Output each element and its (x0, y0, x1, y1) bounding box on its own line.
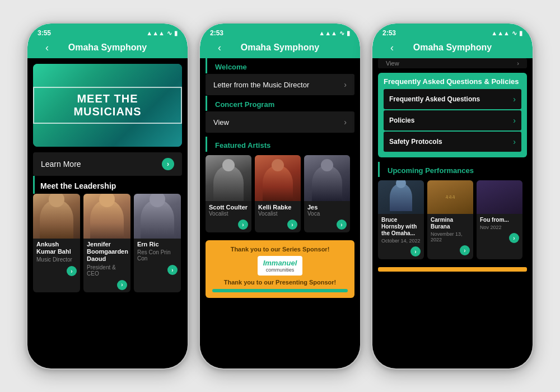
status-bar-1: 3:55 ▲▲▲ ∿ ▮ (38, 29, 178, 37)
leader-card-jennifer[interactable]: Jennifer Boomgaarden Daoud President & C… (83, 194, 130, 292)
nav-title-2: Omaha Symphony (241, 43, 319, 53)
ankush-name: Ankush Kumar Bahl (36, 241, 77, 255)
found-name: Fou from... (480, 217, 519, 223)
back-button-1[interactable]: ‹ (45, 42, 49, 54)
presenting-color-bar (212, 289, 348, 292)
kelli-info: Kelli Rabke Vocalist (255, 201, 301, 218)
leader-card-ankush[interactable]: Ankush Kumar Bahl Music Director › (33, 194, 80, 292)
carmina-name: Carmina Burana (431, 217, 470, 230)
signal-icon-3: ▲▲▲ (491, 30, 510, 36)
letter-arrow: › (344, 80, 347, 89)
faq-item-text-2: Safety Protocols (389, 138, 442, 146)
leadership-row: Ankush Kumar Bahl Music Director › (27, 194, 188, 292)
signal-icon: ▲▲▲ (146, 30, 165, 36)
jes-info: Jes Voca (304, 201, 350, 218)
kelli-arrow-icon[interactable]: › (287, 220, 297, 230)
jes-arrow[interactable]: › (304, 218, 350, 232)
presenting-text: Thank you to our Presenting Sponsor! (212, 279, 348, 286)
found-arrow-icon[interactable]: › (509, 233, 519, 243)
letter-menu-item[interactable]: Letter from the Music Director › (206, 74, 354, 95)
ern-arrow-icon[interactable]: › (167, 265, 178, 275)
scott-name: Scott Coulter (209, 204, 248, 211)
sponsor-logo-sub: communities (263, 267, 297, 273)
leader-photo-ern (134, 194, 181, 239)
learn-more-bar[interactable]: Learn More › (33, 152, 182, 176)
status-icons-1: ▲▲▲ ∿ ▮ (146, 30, 178, 37)
time-3: 2:53 (382, 29, 396, 37)
wifi-icon-2: ∿ (339, 30, 344, 37)
leader-photo-ankush (33, 194, 80, 239)
scott-arrow[interactable]: › (206, 218, 251, 232)
artist-card-jes[interactable]: Jes Voca › (304, 155, 350, 232)
ankush-arrow[interactable]: › (33, 264, 80, 278)
signal-icon-2: ▲▲▲ (319, 30, 337, 36)
time-1: 3:55 (38, 29, 51, 37)
scott-arrow-icon[interactable]: › (238, 220, 248, 230)
leader-card-ern[interactable]: Ern Ric Res Con Prin Con › (134, 194, 181, 292)
carmina-date: November 13, 2022 (431, 231, 470, 242)
artist-photo-kelli (255, 155, 301, 201)
jennifer-arrow[interactable]: › (83, 278, 130, 292)
perf-card-bruce[interactable]: Bruce Hornsby with the Omaha... October … (378, 180, 424, 259)
leadership-header: Meet the Leadership (33, 176, 188, 194)
learn-more-arrow[interactable]: › (162, 158, 174, 170)
perf-card-found[interactable]: Fou from... Nov 2022 › (477, 180, 522, 259)
kelli-name: Kelli Rabke (258, 204, 297, 211)
wifi-icon: ∿ (167, 30, 172, 37)
artist-card-scott[interactable]: Scott Coulter Vocalist › (206, 155, 251, 232)
faq-section-title: Frequently Asked Questions & Policies (384, 77, 521, 86)
perf-photo-found (477, 180, 522, 214)
carmina-arrow[interactable]: › (427, 244, 473, 258)
carmina-arrow-icon[interactable]: › (460, 245, 470, 255)
concert-section: Concert Program View › (200, 96, 360, 133)
phone-1: 3:55 ▲▲▲ ∿ ▮ ‹ Omaha Symphony MEET THE M… (26, 22, 189, 370)
faq-arrow-0: › (513, 95, 516, 104)
battery-icon: ▮ (174, 30, 178, 37)
perf-card-carmina[interactable]: ♫♫♫ Carmina Burana November 13, 2022 › (427, 180, 473, 259)
faq-item-0[interactable]: Frequently Asked Questions › (384, 89, 521, 109)
kelli-role: Vocalist (258, 211, 297, 217)
found-date: Nov 2022 (480, 225, 519, 230)
bruce-date: October 14, 2022 (381, 238, 421, 244)
sponsor-banner: Thank you to our Series Sponsor! Immanue… (206, 240, 354, 298)
perf-row: Bruce Hornsby with the Omaha... October … (372, 177, 533, 263)
artist-card-kelli[interactable]: Kelli Rabke Vocalist › (255, 155, 301, 232)
jennifer-arrow-icon[interactable]: › (117, 280, 127, 290)
ern-arrow[interactable]: › (134, 263, 181, 277)
jennifer-name: Jennifer Boomgaarden Daoud (87, 241, 127, 263)
featured-header: Featured Artists (206, 137, 360, 152)
bruce-arrow-icon[interactable]: › (410, 246, 421, 256)
hero-banner[interactable]: MEET THE MUSICIANS (33, 64, 182, 147)
leader-photo-jennifer (83, 194, 130, 239)
phone-3: 2:53 ▲▲▲ ∿ ▮ ‹ Omaha Symphony View › Fre… (371, 22, 534, 370)
faq-arrow-2: › (513, 137, 516, 146)
faq-item-2[interactable]: Safety Protocols › (384, 132, 521, 152)
battery-icon-3: ▮ (519, 30, 522, 37)
back-button-3[interactable]: ‹ (390, 42, 394, 54)
view-menu-item[interactable]: View › (206, 111, 354, 133)
featured-section: Featured Artists Scott Coulter (200, 133, 360, 236)
concert-header: Concert Program (206, 96, 360, 111)
carmina-info: Carmina Burana November 13, 2022 (427, 214, 473, 244)
bruce-arrow[interactable]: › (378, 245, 424, 259)
battery-icon-2: ▮ (347, 30, 350, 37)
jes-arrow-icon[interactable]: › (337, 220, 347, 230)
top-nav-item[interactable]: View › (378, 58, 527, 68)
status-bar-3: 2:53 ▲▲▲ ∿ ▮ (382, 29, 522, 37)
found-arrow[interactable]: › (477, 231, 522, 246)
jes-role: Voca (307, 211, 347, 217)
faq-item-1[interactable]: Policies › (384, 110, 521, 130)
upcoming-section: Upcoming Performances Bruce Horns (372, 161, 533, 264)
jennifer-info: Jennifer Boomgaarden Daoud President & C… (83, 239, 130, 278)
nav-bar-2: ‹ Omaha Symphony (210, 39, 350, 58)
kelli-arrow[interactable]: › (255, 218, 301, 232)
ankush-arrow-icon[interactable]: › (67, 266, 77, 276)
status-bar-2: 2:53 ▲▲▲ ∿ ▮ (210, 29, 350, 37)
back-button-2[interactable]: ‹ (218, 42, 221, 54)
faq-arrow-1: › (513, 116, 516, 125)
nav-title-3: Omaha Symphony (413, 43, 492, 53)
status-icons-3: ▲▲▲ ∿ ▮ (491, 30, 522, 37)
faq-item-text-0: Frequently Asked Questions (389, 95, 480, 103)
view-arrow: › (344, 118, 347, 127)
ern-title: Res Con Prin Con (137, 249, 178, 262)
